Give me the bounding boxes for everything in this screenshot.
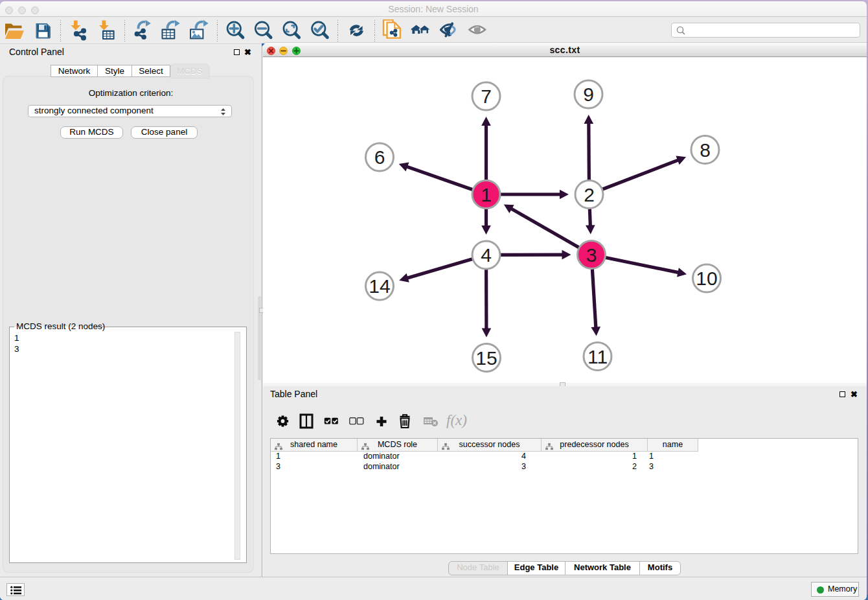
svg-text:10: 10	[696, 268, 717, 289]
svg-text:6: 6	[374, 146, 385, 168]
svg-text:8: 8	[700, 139, 711, 161]
svg-text:2: 2	[584, 184, 595, 205]
svg-text:11: 11	[588, 346, 608, 367]
svg-text:7: 7	[481, 86, 492, 107]
svg-text:9: 9	[583, 84, 594, 105]
svg-text:4: 4	[481, 244, 492, 266]
svg-text:3: 3	[586, 244, 597, 266]
svg-text:14: 14	[369, 275, 390, 297]
svg-text:15: 15	[475, 347, 497, 369]
svg-text:1: 1	[481, 184, 492, 205]
